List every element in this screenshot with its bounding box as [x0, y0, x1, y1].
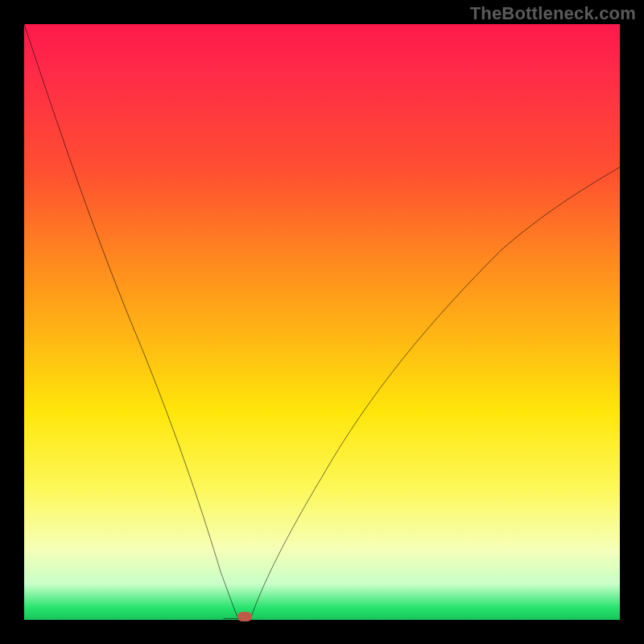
- curve-left-branch: [24, 24, 238, 619]
- watermark-text: TheBottleneck.com: [470, 3, 636, 24]
- curve-right-branch: [250, 167, 620, 619]
- chart-frame: TheBottleneck.com: [0, 0, 644, 644]
- optimal-marker: [237, 612, 252, 621]
- bottleneck-curve: [24, 24, 620, 620]
- plot-area: [24, 24, 620, 620]
